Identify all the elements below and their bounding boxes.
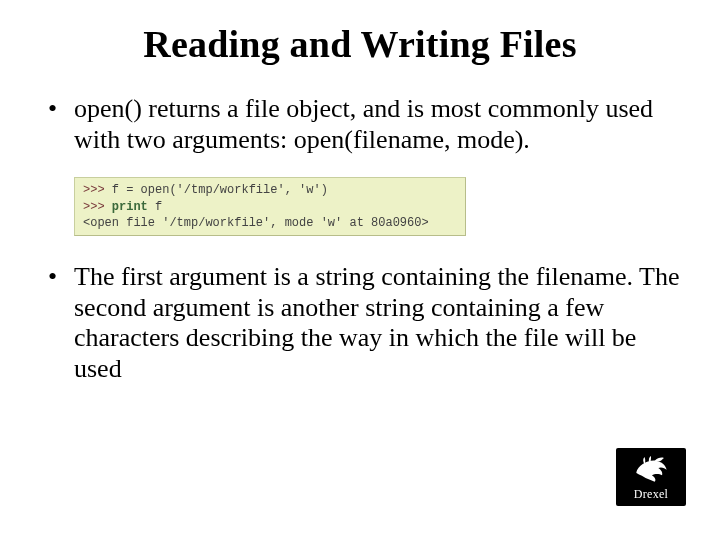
code-prompt: >>> (83, 183, 105, 197)
bullet-list: The first argument is a string containin… (30, 262, 690, 385)
dragon-icon (628, 451, 674, 485)
code-keyword: print (112, 200, 148, 214)
code-output: <open file '/tmp/workfile', mode 'w' at … (83, 216, 429, 230)
slide-title: Reading and Writing Files (30, 22, 690, 66)
code-text: f (148, 200, 162, 214)
code-text: f = open('/tmp/workfile', 'w') (105, 183, 328, 197)
logo-label: Drexel (634, 487, 668, 502)
bullet-list: open() returns a file object, and is mos… (30, 94, 690, 155)
code-example: >>> f = open('/tmp/workfile', 'w') >>> p… (74, 177, 466, 236)
bullet-item: The first argument is a string containin… (74, 262, 690, 385)
drexel-logo: Drexel (616, 448, 686, 506)
slide: Reading and Writing Files open() returns… (0, 0, 720, 540)
bullet-item: open() returns a file object, and is mos… (74, 94, 690, 155)
code-prompt: >>> (83, 200, 105, 214)
